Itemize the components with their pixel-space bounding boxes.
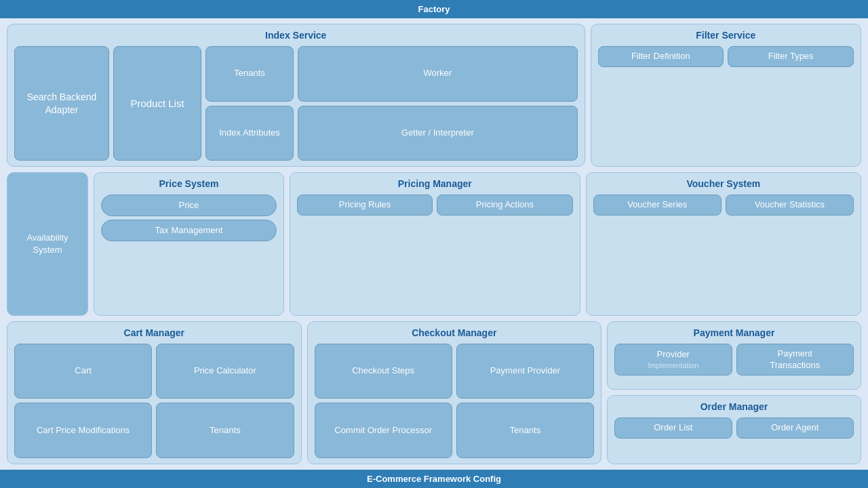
filter-service-title: Filter Service xyxy=(598,30,854,41)
order-manager-title: Order Manager xyxy=(614,401,854,412)
pricing-rules-box[interactable]: Pricing Rules xyxy=(297,195,433,216)
order-manager-section: Order Manager Order List Order Agent xyxy=(607,395,861,464)
payment-transactions-box[interactable]: Payment Transactions xyxy=(736,344,854,376)
pricing-manager-title: Pricing Manager xyxy=(297,178,573,189)
filter-definition-box[interactable]: Filter Definition xyxy=(598,46,724,67)
filter-service-section: Filter Service Filter Definition Filter … xyxy=(591,24,862,167)
payment-provider-box[interactable]: Payment Provider xyxy=(456,344,594,399)
price-system-body: Price Tax Management xyxy=(101,195,277,309)
cart-manager-body: Cart Price Calculator Cart Price Modific… xyxy=(14,344,294,458)
price-system-title: Price System xyxy=(101,178,277,189)
search-backend-adapter-box[interactable]: Search Backend Adapter xyxy=(14,46,109,161)
pricing-manager-section: Pricing Manager Pricing Rules Pricing Ac… xyxy=(290,172,580,315)
cart-tenants-box[interactable]: Tenants xyxy=(156,403,294,458)
index-attributes-box[interactable]: Index Attributes xyxy=(205,106,294,161)
top-bar: Factory xyxy=(0,0,868,18)
index-service-body: Search Backend Adapter Tenants Worker Pr… xyxy=(14,46,578,161)
voucher-series-box[interactable]: Voucher Series xyxy=(593,195,722,216)
cart-box[interactable]: Cart xyxy=(14,344,152,399)
price-system-section: Price System Price Tax Management xyxy=(94,172,284,315)
payment-manager-body: Provider Implementation Payment Transact… xyxy=(614,344,854,384)
cart-price-modifications-box[interactable]: Cart Price Modifications xyxy=(14,403,152,458)
voucher-system-body: Voucher Series Voucher Statistics xyxy=(593,195,854,309)
payment-manager-title: Payment Manager xyxy=(614,327,854,338)
voucher-statistics-box[interactable]: Voucher Statistics xyxy=(726,195,854,216)
top-bar-label: Factory xyxy=(418,4,450,14)
bottom-bar-label: E-Commerce Framework Config xyxy=(367,474,501,484)
checkout-tenants-box[interactable]: Tenants xyxy=(456,403,594,458)
pricing-manager-body: Pricing Rules Pricing Actions xyxy=(297,195,573,309)
voucher-system-title: Voucher System xyxy=(593,178,854,189)
tax-management-box[interactable]: Tax Management xyxy=(101,220,277,241)
bottom-bar: E-Commerce Framework Config xyxy=(0,470,868,488)
index-service-title: Index Service xyxy=(14,30,578,41)
row-1: Index Service Search Backend Adapter Ten… xyxy=(7,24,861,167)
checkout-manager-body: Checkout Steps Payment Provider Commit O… xyxy=(315,344,595,458)
order-manager-body: Order List Order Agent xyxy=(614,418,854,458)
price-box[interactable]: Price xyxy=(101,195,277,216)
pricing-actions-box[interactable]: Pricing Actions xyxy=(437,195,572,216)
order-agent-box[interactable]: Order Agent xyxy=(736,418,854,439)
tenants-box-index[interactable]: Tenants xyxy=(205,46,294,102)
main-content: Index Service Search Backend Adapter Ten… xyxy=(0,18,868,470)
price-calculator-box[interactable]: Price Calculator xyxy=(156,344,294,399)
payment-order-column: Payment Manager Provider Implementation … xyxy=(607,321,861,464)
order-list-box[interactable]: Order List xyxy=(614,418,732,439)
cart-manager-section: Cart Manager Cart Price Calculator Cart … xyxy=(7,321,302,464)
row2-left: Availability System Price System Price T… xyxy=(7,172,580,315)
product-list-box[interactable]: Product List xyxy=(113,46,201,161)
checkout-manager-title: Checkout Manager xyxy=(315,327,595,338)
voucher-system-section: Voucher System Voucher Series Voucher St… xyxy=(586,172,861,315)
commit-order-processor-box[interactable]: Commit Order Processor xyxy=(315,403,452,458)
payment-manager-section: Payment Manager Provider Implementation … xyxy=(607,321,861,390)
index-service-section: Index Service Search Backend Adapter Ten… xyxy=(7,24,585,167)
filter-service-body: Filter Definition Filter Types xyxy=(598,46,854,161)
checkout-steps-box[interactable]: Checkout Steps xyxy=(315,344,452,399)
row-2: Availability System Price System Price T… xyxy=(7,172,861,315)
cart-manager-title: Cart Manager xyxy=(14,327,294,338)
provider-implementation-box[interactable]: Provider Implementation xyxy=(614,344,732,376)
filter-types-box[interactable]: Filter Types xyxy=(728,46,854,67)
availability-system-box[interactable]: Availability System xyxy=(7,172,88,315)
worker-box[interactable]: Worker xyxy=(298,46,578,102)
row-3: Cart Manager Cart Price Calculator Cart … xyxy=(7,321,861,464)
getter-interpreter-box[interactable]: Getter / Interpreter xyxy=(298,106,578,161)
checkout-manager-section: Checkout Manager Checkout Steps Payment … xyxy=(307,321,602,464)
